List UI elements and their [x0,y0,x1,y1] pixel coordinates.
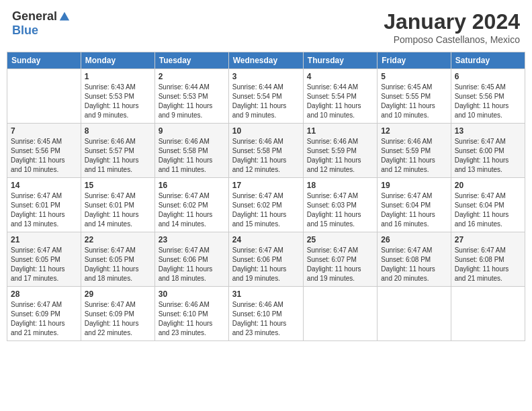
day-number: 24 [232,235,300,244]
day-info: Sunrise: 6:45 AM Sunset: 5:55 PM Dayligh… [381,83,447,120]
day-number: 19 [381,181,447,190]
calendar-cell: 15Sunrise: 6:47 AM Sunset: 6:01 PM Dayli… [81,178,154,232]
calendar-week-row: 21Sunrise: 6:47 AM Sunset: 6:05 PM Dayli… [7,232,525,287]
day-number: 4 [307,72,373,81]
day-info: Sunrise: 6:46 AM Sunset: 6:10 PM Dayligh… [232,300,300,338]
day-info: Sunrise: 6:47 AM Sunset: 6:02 PM Dayligh… [232,191,300,229]
day-info: Sunrise: 6:47 AM Sunset: 6:05 PM Dayligh… [11,246,77,283]
day-info: Sunrise: 6:44 AM Sunset: 5:53 PM Dayligh… [159,83,225,120]
month-title: January 2024 [384,9,520,34]
calendar-cell: 19Sunrise: 6:47 AM Sunset: 6:04 PM Dayli… [378,178,451,232]
calendar-day-header: Saturday [451,52,525,69]
calendar-cell: 17Sunrise: 6:47 AM Sunset: 6:02 PM Dayli… [228,178,303,232]
calendar-cell: 5Sunrise: 6:45 AM Sunset: 5:55 PM Daylig… [378,69,451,124]
calendar-cell: 1Sunrise: 6:43 AM Sunset: 5:53 PM Daylig… [81,69,154,124]
day-info: Sunrise: 6:47 AM Sunset: 6:08 PM Dayligh… [381,246,447,283]
svg-marker-0 [60,11,69,20]
day-info: Sunrise: 6:44 AM Sunset: 5:54 PM Dayligh… [307,83,373,120]
calendar-body: 1Sunrise: 6:43 AM Sunset: 5:53 PM Daylig… [7,69,525,341]
day-info: Sunrise: 6:46 AM Sunset: 5:58 PM Dayligh… [159,137,225,175]
day-number: 2 [159,72,225,81]
logo-blue-text: Blue [12,24,38,37]
day-number: 16 [159,181,225,190]
calendar-table: SundayMondayTuesdayWednesdayThursdayFrid… [7,52,525,341]
day-info: Sunrise: 6:46 AM Sunset: 5:57 PM Dayligh… [85,137,151,175]
day-info: Sunrise: 6:47 AM Sunset: 6:09 PM Dayligh… [11,300,77,338]
calendar-cell: 8Sunrise: 6:46 AM Sunset: 5:57 PM Daylig… [81,124,154,178]
calendar-cell [451,287,525,341]
calendar-cell: 12Sunrise: 6:46 AM Sunset: 5:59 PM Dayli… [378,124,451,178]
calendar-cell: 16Sunrise: 6:47 AM Sunset: 6:02 PM Dayli… [154,178,228,232]
day-number: 7 [11,126,77,136]
day-info: Sunrise: 6:43 AM Sunset: 5:53 PM Dayligh… [85,83,151,120]
calendar-week-row: 7Sunrise: 6:45 AM Sunset: 5:56 PM Daylig… [7,124,525,178]
day-info: Sunrise: 6:47 AM Sunset: 6:06 PM Dayligh… [159,246,225,283]
day-number: 27 [455,235,521,244]
day-info: Sunrise: 6:46 AM Sunset: 5:58 PM Dayligh… [232,137,300,175]
day-number: 13 [455,126,521,136]
day-info: Sunrise: 6:47 AM Sunset: 6:07 PM Dayligh… [307,246,373,283]
calendar-cell [7,69,81,124]
day-info: Sunrise: 6:45 AM Sunset: 5:56 PM Dayligh… [11,137,77,175]
day-number: 10 [232,126,300,136]
day-number: 6 [455,72,521,81]
calendar-cell: 18Sunrise: 6:47 AM Sunset: 6:03 PM Dayli… [303,178,377,232]
logo-general-text: General [12,9,57,24]
day-number: 14 [11,181,77,190]
calendar-cell: 30Sunrise: 6:46 AM Sunset: 6:10 PM Dayli… [154,287,228,341]
calendar-cell: 13Sunrise: 6:47 AM Sunset: 6:00 PM Dayli… [451,124,525,178]
day-number: 1 [85,72,151,81]
calendar-cell: 24Sunrise: 6:47 AM Sunset: 6:06 PM Dayli… [228,232,303,287]
day-number: 18 [307,181,373,190]
day-info: Sunrise: 6:47 AM Sunset: 6:06 PM Dayligh… [232,246,300,283]
day-info: Sunrise: 6:47 AM Sunset: 6:05 PM Dayligh… [85,246,151,283]
page-header: General Blue January 2024 Pomposo Castel… [7,7,525,48]
calendar-cell: 10Sunrise: 6:46 AM Sunset: 5:58 PM Dayli… [228,124,303,178]
calendar-week-row: 14Sunrise: 6:47 AM Sunset: 6:01 PM Dayli… [7,178,525,232]
day-number: 30 [159,289,225,299]
calendar-cell: 23Sunrise: 6:47 AM Sunset: 6:06 PM Dayli… [154,232,228,287]
calendar-cell: 29Sunrise: 6:47 AM Sunset: 6:09 PM Dayli… [81,287,154,341]
calendar-cell: 2Sunrise: 6:44 AM Sunset: 5:53 PM Daylig… [154,69,228,124]
day-number: 28 [11,289,77,299]
logo-icon [58,11,71,23]
calendar-cell: 26Sunrise: 6:47 AM Sunset: 6:08 PM Dayli… [378,232,451,287]
calendar-cell: 21Sunrise: 6:47 AM Sunset: 6:05 PM Dayli… [7,232,81,287]
calendar-cell: 27Sunrise: 6:47 AM Sunset: 6:08 PM Dayli… [451,232,525,287]
day-info: Sunrise: 6:46 AM Sunset: 6:10 PM Dayligh… [159,300,225,338]
day-number: 8 [85,126,151,136]
calendar-cell: 7Sunrise: 6:45 AM Sunset: 5:56 PM Daylig… [7,124,81,178]
calendar-cell: 6Sunrise: 6:45 AM Sunset: 5:56 PM Daylig… [451,69,525,124]
day-info: Sunrise: 6:47 AM Sunset: 6:09 PM Dayligh… [85,300,151,338]
day-info: Sunrise: 6:47 AM Sunset: 6:01 PM Dayligh… [85,191,151,229]
calendar-day-header: Friday [378,52,451,69]
day-number: 23 [159,235,225,244]
day-number: 17 [232,181,300,190]
calendar-cell [378,287,451,341]
day-number: 15 [85,181,151,190]
day-info: Sunrise: 6:47 AM Sunset: 6:01 PM Dayligh… [11,191,77,229]
calendar-week-row: 1Sunrise: 6:43 AM Sunset: 5:53 PM Daylig… [7,69,525,124]
calendar-header-row: SundayMondayTuesdayWednesdayThursdayFrid… [7,52,525,69]
calendar-cell: 3Sunrise: 6:44 AM Sunset: 5:54 PM Daylig… [228,69,303,124]
day-number: 11 [307,126,373,136]
calendar-week-row: 28Sunrise: 6:47 AM Sunset: 6:09 PM Dayli… [7,287,525,341]
calendar-day-header: Wednesday [228,52,303,69]
day-info: Sunrise: 6:47 AM Sunset: 6:00 PM Dayligh… [455,137,521,175]
calendar-day-header: Tuesday [154,52,228,69]
day-info: Sunrise: 6:45 AM Sunset: 5:56 PM Dayligh… [455,83,521,120]
day-number: 5 [381,72,447,81]
calendar-cell: 20Sunrise: 6:47 AM Sunset: 6:04 PM Dayli… [451,178,525,232]
day-number: 29 [85,289,151,299]
calendar-cell: 14Sunrise: 6:47 AM Sunset: 6:01 PM Dayli… [7,178,81,232]
day-number: 25 [307,235,373,244]
calendar-cell: 9Sunrise: 6:46 AM Sunset: 5:58 PM Daylig… [154,124,228,178]
day-number: 22 [85,235,151,244]
calendar-day-header: Sunday [7,52,81,69]
location-title: Pomposo Castellanos, Mexico [384,34,520,45]
calendar-cell: 25Sunrise: 6:47 AM Sunset: 6:07 PM Dayli… [303,232,377,287]
calendar-cell: 31Sunrise: 6:46 AM Sunset: 6:10 PM Dayli… [228,287,303,341]
day-info: Sunrise: 6:44 AM Sunset: 5:54 PM Dayligh… [232,83,300,120]
day-number: 31 [232,289,300,299]
day-number: 26 [381,235,447,244]
